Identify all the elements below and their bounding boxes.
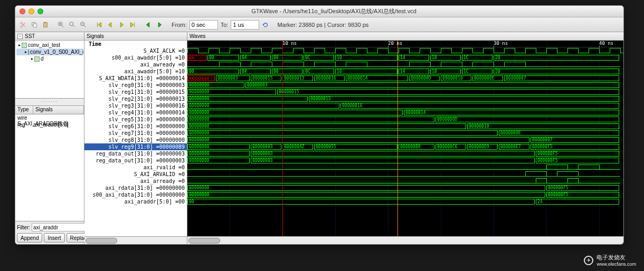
zoom-out-icon[interactable] [79,20,88,30]
reload-icon[interactable] [261,20,270,30]
hierarchy-tree[interactable]: ▸conv_axi_test▸conv_v1_0_S00_AXI_i▸d [15,41,84,99]
wave-row[interactable]: 0000000000000013 [187,95,623,102]
wave-row[interactable]: xx0004080C1014181C20 [187,54,623,61]
signal-name-row[interactable]: S_AXI_ACLK =0 [84,47,187,54]
zoom-in-icon[interactable] [56,20,66,30]
wave-row[interactable]: 000000000000000E [187,130,623,137]
signal-name-row[interactable]: slv_reg4[31:0] =00000014 [84,109,187,116]
wave-row[interactable]: 0000000000000010 [187,123,623,130]
bus-value: 00 [207,55,239,61]
signal-name-row[interactable]: slv_reg5[31:0] =00000000 [84,116,187,123]
nav-prev-icon[interactable] [106,20,115,30]
signal-name-row[interactable]: s00_axi_rdata[31:0] =00000000 [84,191,187,198]
nav-first-icon[interactable] [94,20,104,30]
signal-name-row[interactable]: slv_reg3[31:0] =00000016 [84,102,187,109]
time-ruler[interactable]: 10 ns20 ns30 ns40 ns [187,41,623,47]
signal-name-row[interactable]: S_AXI_ARVALID =0 [84,171,187,178]
col-type[interactable]: Type [15,106,33,114]
signal-name-row[interactable]: slv_reg2[31:0] =00000013 [84,95,187,102]
svg-rect-5 [44,22,46,23]
wave-row[interactable]: 0000000000000003 [187,82,623,89]
wave-area[interactable]: 10 ns20 ns30 ns40 nsxx0004080C1014181C20… [187,41,623,236]
signal-name-row[interactable]: axi_araddr[5:0] =00 [84,198,187,205]
zoom-fit-icon[interactable] [68,20,77,30]
sst-header: − SST [15,32,84,41]
marker-cursor-info: Marker: 23880 ps | Cursor: 9830 ps [277,22,368,28]
signal-name-row[interactable]: slv_reg7[31:0] =00000000 [84,130,187,137]
cut-icon[interactable] [18,20,28,30]
wave-row[interactable]: 000000000000000D [187,116,623,123]
time-row: Time [84,41,187,47]
wave-row[interactable]: 0000000000000003000000F5 [187,157,623,164]
back-icon[interactable] [144,20,153,30]
from-input[interactable] [190,20,218,30]
waves-scrollbar[interactable] [187,236,623,244]
sst-signal-row[interactable]: wireS_AXI_ARADDR[5:0] [15,114,84,121]
sst-signal-row[interactable]: regaxi_araddr[5:0] [15,121,84,128]
signal-name-row[interactable]: axi_arready =0 [84,178,187,185]
cursor-line[interactable] [282,41,283,236]
zoom-window-button[interactable] [37,8,43,14]
wave-row[interactable]: 0000000000000015 [187,89,623,95]
close-window-button[interactable] [20,8,25,14]
wave-row[interactable]: 0004080C1014181C20 [187,68,623,75]
wave-row[interactable]: 0024 [187,198,623,205]
bus-value: 00000015 [251,75,281,81]
append-button[interactable]: Append [17,233,42,243]
bus-value: 00000003 [251,151,535,157]
signal-name-row[interactable]: slv_reg1[31:0] =00000015 [84,89,187,95]
wave-row[interactable] [187,171,623,178]
copy-icon[interactable] [30,20,39,30]
signal-name-row[interactable]: S_AXI_WDATA[31:0] =00000014 [84,75,187,82]
tree-item[interactable]: ▸d [16,55,83,62]
signal-name-row[interactable]: slv_reg9[31:0] =000000B9 [84,143,187,150]
signal-name-row[interactable]: s00_axi_awaddr[5:0] =10 [84,54,187,61]
signal-name-row[interactable]: reg_data_out[31:0] =00000003 [84,150,187,157]
wave-row[interactable]: 0000000000000014 [187,109,623,116]
wave-row[interactable] [187,61,623,68]
wave-row[interactable]: xxxxxxxx00000003000000150000001300000016… [187,75,623,82]
signal-name-row[interactable]: slv_reg0[31:0] =00000003 [84,82,187,89]
wave-row[interactable]: 00000000000000030000004Z00000055000000B9… [187,143,623,150]
signal-name-row[interactable]: slv_reg6[31:0] =00000000 [84,123,187,130]
wave-row[interactable] [187,164,623,171]
signal-name-row[interactable]: slv_reg8[31:0] =00000000 [84,137,187,143]
wave-row[interactable] [187,47,623,54]
bus-value: 00000014 [404,110,619,115]
bus-value: 20 [494,69,619,74]
nav-next-icon[interactable] [117,20,126,30]
signal-name-row[interactable]: axi_rvalid =0 [84,164,187,171]
signals-panel: Signals TimeS_AXI_ACLK =0s00_axi_awaddr[… [84,32,187,244]
insert-button[interactable]: Insert [44,233,64,243]
signal-name-row[interactable]: reg_data_out[31:0] =00000003 [84,157,187,164]
signals-scrollbar[interactable] [84,236,187,244]
bus-value: 00000000 [187,89,276,95]
signal-name-row[interactable]: axi_awaddr[5:0] =10 [84,68,187,75]
paste-icon[interactable] [41,20,50,30]
tree-item[interactable]: ▸conv_axi_test [16,42,83,49]
collapse-icon[interactable]: − [17,34,23,39]
wave-row[interactable]: 0000000000000016 [187,102,623,109]
bus-value: 04 [240,55,271,61]
wave-row[interactable]: 00000000000000F5 [187,185,623,191]
wave-row[interactable] [187,178,623,185]
sst-signal-list[interactable]: wireS_AXI_ARADDR[5:0]regaxi_araddr[5:0] [15,114,84,221]
marker-line[interactable] [397,41,398,236]
nav-last-icon[interactable] [128,20,137,30]
wave-row[interactable]: 0000000000000003000000F5 [187,150,623,157]
wave-row[interactable]: 0000000000000007 [187,137,623,143]
tree-splitter[interactable]: ······· [15,99,84,106]
col-signals[interactable]: Signals [33,106,84,114]
watermark: ✈ 电子发烧友 www.elecfans.com [584,254,636,267]
to-input[interactable] [231,20,259,30]
minimize-window-button[interactable] [29,8,34,14]
to-label: To: [221,22,229,28]
signals-list[interactable]: TimeS_AXI_ACLK =0s00_axi_awaddr[5:0] =10… [84,41,187,236]
forward-icon[interactable] [155,20,164,30]
signal-name-row[interactable]: axi_awready =0 [84,61,187,68]
bus-value: 00000015 [277,89,619,95]
signal-name-row[interactable]: axi_rdata[31:0] =00000000 [84,185,187,191]
tree-item[interactable]: ▸conv_v1_0_S00_AXI_i [16,49,83,55]
wave-row[interactable]: 00000000000000F5 [187,191,623,198]
bus-value: 08 [272,55,302,61]
